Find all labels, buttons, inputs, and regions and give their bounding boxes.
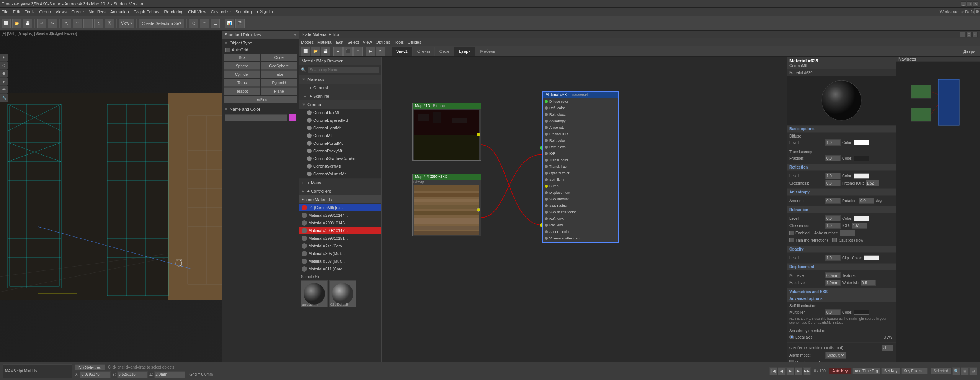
view-icon2[interactable]: ⊞ <box>961 367 969 375</box>
slate-restore[interactable]: □ <box>966 32 972 37</box>
minimize-btn[interactable]: _ <box>961 1 966 7</box>
scale-btn[interactable]: ⇱ <box>105 19 114 28</box>
tab-mebel[interactable]: Мебель <box>475 47 500 56</box>
prev-frame-btn[interactable]: |◀ <box>769 367 777 375</box>
close-btn[interactable]: × <box>973 1 978 7</box>
node-material-639[interactable]: Material #639 CoronaMtl Diffuse color <box>542 91 619 243</box>
node-map10[interactable]: Map #10 Bitmap <box>412 103 481 161</box>
reflection-divider[interactable]: Reflection <box>787 164 896 171</box>
menu-civil-view[interactable]: Civil View <box>188 10 206 14</box>
conn-absorb-dot[interactable] <box>545 230 548 233</box>
move-btn[interactable]: ✛ <box>83 19 93 28</box>
menu-modes[interactable]: Modes <box>301 40 314 44</box>
icon-create[interactable]: ✦ <box>0 54 8 61</box>
sphere-btn[interactable]: Sphere <box>224 62 260 70</box>
search-input[interactable] <box>308 67 380 74</box>
menu-views[interactable]: Views <box>56 10 67 14</box>
local-axis-radio[interactable] <box>789 335 794 339</box>
slate-close[interactable]: × <box>972 32 978 37</box>
selected-dropdown[interactable]: Selected <box>931 368 951 374</box>
menu-graph-editors[interactable]: Graph Editors <box>134 10 160 14</box>
scene-mat-151[interactable]: Material #299810151... <box>299 234 381 242</box>
translucency-frac-input[interactable] <box>825 155 841 161</box>
corona-light-mtl[interactable]: CoronaLightMtl <box>299 124 381 132</box>
menu-group[interactable]: Group <box>39 10 51 14</box>
menu-utilities[interactable]: Utilities <box>408 40 421 44</box>
node-editor[interactable]: Map #10 Bitmap <box>382 57 787 362</box>
std-primitives-dropdown[interactable]: ▾ <box>294 32 296 37</box>
ior-input[interactable] <box>852 223 867 229</box>
corona-portal-mtl[interactable]: CoronaPortalMtl <box>299 139 381 147</box>
box-btn[interactable]: Box <box>224 54 260 61</box>
max-level-input[interactable] <box>825 280 841 286</box>
select-region-btn[interactable]: ⬚ <box>73 19 82 28</box>
color-swatch[interactable] <box>289 114 296 121</box>
tab-view1[interactable]: View1 <box>392 47 413 56</box>
menu-modifiers[interactable]: Modifiers <box>88 10 106 14</box>
refl-color-swatch[interactable] <box>854 173 869 179</box>
conn-fresnel-dot[interactable] <box>545 133 548 136</box>
basic-options-divider[interactable]: Basic options <box>787 126 896 133</box>
pyramid-btn[interactable]: Pyramid <box>261 79 297 87</box>
advanced-options-divider[interactable]: Advanced options <box>787 295 896 302</box>
conn-displacement-dot[interactable] <box>545 191 548 194</box>
corona-proxy-mtl[interactable]: CoronaProxyMtl <box>299 147 381 155</box>
dispersion-checkbox[interactable] <box>789 231 794 235</box>
menu-signin[interactable]: ▾ Sign In <box>256 9 273 14</box>
conn-aniso-dot[interactable] <box>545 120 548 123</box>
conn-bump-dot[interactable] <box>545 185 548 188</box>
sample-slot-1[interactable]: шторы и т... <box>301 280 328 307</box>
opacity-level-input[interactable] <box>825 255 841 261</box>
undo-btn[interactable]: ↩ <box>37 19 46 28</box>
refr-gloss-input[interactable] <box>825 223 841 229</box>
corona-mtl[interactable]: CoronaMtl <box>299 132 381 139</box>
conn-refl-gloss-dot[interactable] <box>545 113 548 116</box>
displacement-divider[interactable]: Displacement <box>787 264 896 270</box>
save-btn[interactable]: 💾 <box>23 19 32 28</box>
slate-new-btn[interactable]: ⬜ <box>301 47 310 56</box>
slate-minimize[interactable]: _ <box>960 32 965 37</box>
menu-options[interactable]: Options <box>376 40 390 44</box>
conn-aniso-rot-dot[interactable] <box>545 126 548 129</box>
auto-key-btn[interactable]: Auto Key <box>829 368 851 374</box>
conn-transl-frac-dot[interactable] <box>545 165 548 168</box>
redo-btn[interactable]: ↪ <box>48 19 57 28</box>
menu-rendering[interactable]: Rendering <box>164 10 184 14</box>
tab-dveri[interactable]: Двери <box>454 47 476 56</box>
corona-shadow-mtl[interactable]: CoronaShadowCatcher <box>299 155 381 162</box>
slate-render-btn[interactable]: ▶ <box>366 47 375 56</box>
menu-select-slate[interactable]: Select <box>347 40 359 44</box>
open-btn[interactable]: 📂 <box>12 19 21 28</box>
sample-slot-2[interactable]: 02 : Default <box>329 280 356 307</box>
icon-utilities[interactable]: 🔧 <box>0 94 8 102</box>
script-mini[interactable]: MAXScript Mini Lis... <box>3 364 72 378</box>
multiplier-input[interactable] <box>825 309 841 315</box>
slate-select-btn[interactable]: ↖ <box>376 47 385 56</box>
conn-sss-radius-dot[interactable] <box>545 204 548 207</box>
create-selection-btn[interactable]: Create Selection Se ▾ <box>139 19 184 28</box>
geosphere-btn[interactable]: GeoSphere <box>261 62 297 70</box>
scene-mat-305[interactable]: Material #305 (Mult... <box>299 250 381 257</box>
abbe-input[interactable] <box>840 230 855 236</box>
anisotropy-divider[interactable]: Anisotropy <box>787 189 896 196</box>
icon-modify[interactable]: ⬡ <box>0 62 8 69</box>
corona-hair-mtl[interactable]: CoronaHairMtl <box>299 109 381 116</box>
vol-sss-divider[interactable]: Volumetrics and SSS <box>787 288 896 295</box>
prev-btn[interactable]: ◀ <box>778 367 786 375</box>
conn-opacity-dot[interactable] <box>545 172 548 175</box>
set-key-btn[interactable]: Set Key <box>881 368 900 374</box>
icon-display[interactable]: 👁 <box>0 86 8 93</box>
scene-mat-2sc[interactable]: Material #2sc (Coro... <box>299 242 381 250</box>
torus-btn[interactable]: Torus <box>224 79 260 87</box>
slate-open-btn[interactable]: 📂 <box>311 47 320 56</box>
plane-btn[interactable]: Plane <box>261 87 297 95</box>
aniso-rot-input[interactable] <box>859 198 874 204</box>
refr-level-input[interactable] <box>825 215 841 221</box>
alpha-mode-select[interactable]: Default <box>825 352 846 359</box>
menu-animation[interactable]: Animation <box>110 10 129 14</box>
conn-sss-scatter-dot[interactable] <box>545 211 548 214</box>
node-map2138[interactable]: Map #2138626183 Bitmap <box>412 174 481 236</box>
menu-material[interactable]: Material <box>317 40 332 44</box>
opacity-color-swatch[interactable] <box>864 255 879 260</box>
z-coord-input[interactable] <box>154 371 185 378</box>
